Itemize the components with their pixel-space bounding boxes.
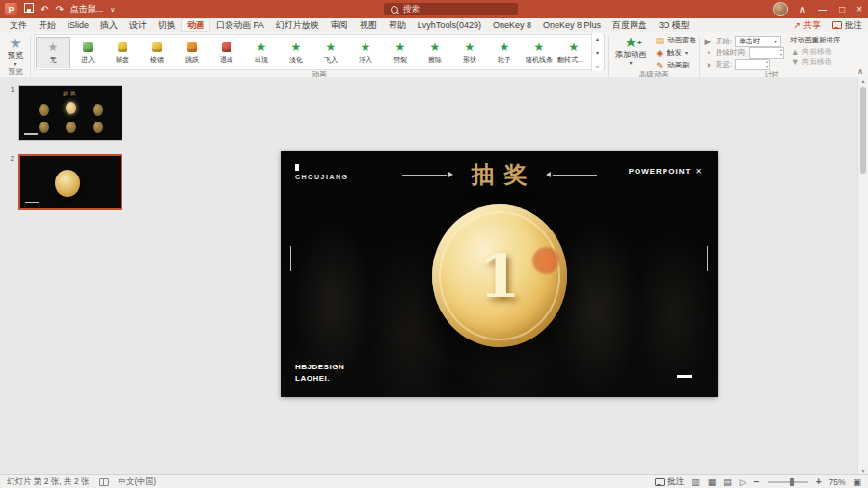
coin-dot — [93, 122, 103, 133]
slide-top-right-text: POWERPOINT ✕ — [629, 167, 703, 176]
coin-graphic[interactable]: 1 — [432, 204, 567, 347]
tab-onekey8[interactable]: OneKey 8 — [487, 18, 537, 32]
tab-pocket-animation[interactable]: 口袋动画 PA — [210, 18, 270, 32]
ribbon-display-options-icon[interactable]: ∧ — [800, 0, 806, 18]
tab-design[interactable]: 设计 — [123, 18, 152, 32]
language-indicator[interactable]: 中文(中国) — [119, 476, 157, 488]
slide-number: 1 — [6, 85, 14, 94]
collapse-ribbon-icon[interactable]: ∧ — [857, 68, 863, 76]
user-avatar[interactable] — [773, 2, 788, 16]
animation-gallery-item[interactable]: 随机线条 — [522, 37, 556, 68]
slide-sorter-view-icon[interactable]: ▦ — [708, 477, 717, 487]
animation-gallery-item[interactable]: 进入 — [70, 37, 105, 68]
thumbnail-footer-mark — [24, 133, 38, 135]
search-box[interactable]: 搜索 — [384, 3, 518, 15]
tab-view[interactable]: 视图 — [354, 18, 383, 32]
close-button[interactable]: × — [856, 0, 862, 18]
slide-thumbnail-1[interactable]: 抽奖 — [18, 85, 122, 141]
tab-lvyhtools[interactable]: LvyhTools(0429) — [412, 18, 487, 32]
animation-gallery-item[interactable]: 无 — [36, 37, 70, 68]
animation-gallery-item[interactable]: 退出 — [209, 37, 244, 68]
tab-slideshow[interactable]: 幻灯片放映 — [270, 18, 325, 32]
animation-gallery-item[interactable]: 出现 — [244, 37, 279, 68]
animation-gallery-item[interactable]: 浮入 — [348, 37, 383, 68]
move-earlier-button[interactable]: ▲向前移动 — [790, 47, 841, 57]
start-combobox[interactable]: 单击时▾ — [735, 36, 781, 47]
coin-number: 1 — [478, 241, 520, 312]
tab-help[interactable]: 帮助 — [383, 18, 412, 32]
animation-pane-button[interactable]: ▤动画窗格 — [655, 36, 696, 45]
delay-input[interactable] — [735, 59, 770, 70]
animation-effect-icon — [291, 41, 302, 54]
save-icon[interactable] — [24, 0, 34, 18]
animation-gallery-item[interactable]: 淡化 — [279, 37, 313, 68]
slide-counter: 幻灯片 第 2 张, 共 2 张 — [7, 476, 90, 488]
tab-animations[interactable]: 动画 — [181, 18, 210, 32]
gallery-scroll-up-icon[interactable]: ▴ — [596, 35, 599, 41]
animation-gallery-item[interactable]: 棱镜 — [140, 37, 175, 68]
comment-icon — [655, 478, 665, 486]
slide-title[interactable]: 抽奖 — [462, 163, 537, 186]
trigger-button[interactable]: ◈触发▾ — [655, 48, 696, 58]
animation-gallery-item[interactable]: 擦除 — [418, 37, 452, 68]
add-animation-button[interactable]: ★+ 添加动画 ▾ — [611, 34, 650, 67]
scroll-down-icon[interactable]: ▼ — [861, 467, 866, 474]
duration-input[interactable] — [749, 47, 784, 59]
animation-gallery-item[interactable]: 轮子 — [487, 37, 522, 68]
move-later-button[interactable]: ▼向后移动 — [790, 57, 841, 67]
fit-to-window-icon[interactable]: ▣ — [853, 477, 861, 487]
spellcheck-icon[interactable] — [99, 478, 109, 486]
animation-gallery-item[interactable]: 形状 — [452, 37, 487, 68]
minimize-button[interactable]: — — [818, 0, 827, 18]
animation-gallery-item[interactable]: 轴盘 — [105, 37, 140, 68]
chevron-down-icon: ▾ — [774, 39, 777, 44]
animation-gallery-item[interactable]: 飞入 — [313, 37, 348, 68]
undo-icon[interactable]: ↶ — [41, 0, 48, 18]
slideshow-view-icon[interactable]: ▷ — [740, 477, 746, 487]
redo-icon[interactable]: ↷ — [55, 0, 63, 18]
status-comments-button[interactable]: 批注 — [655, 476, 684, 488]
tab-islide[interactable]: iSlide — [62, 18, 95, 32]
scroll-up-icon[interactable]: ▲ — [861, 77, 866, 85]
tab-baidu-netdisk[interactable]: 百度网盘 — [607, 18, 653, 32]
gallery-expand-icon[interactable]: ▿ — [596, 63, 599, 69]
powerpoint-window: P ↶ ↷ 点击鼠... ∨ 搜索 ∧ — □ × 文件 开始 iSlide 插… — [0, 0, 868, 488]
tab-insert[interactable]: 插入 — [95, 18, 123, 32]
slide-editing-area[interactable]: CHOUJIANG 抽奖 POWERPOINT ✕ 1 H — [281, 151, 718, 397]
animation-effect-icon — [83, 41, 93, 54]
animation-gallery-item[interactable]: 劈裂 — [383, 37, 418, 68]
chevron-down-icon: ▾ — [629, 60, 632, 66]
share-button[interactable]: ↗共享 — [793, 19, 821, 32]
tab-onekey8plus[interactable]: OneKey 8 Plus — [537, 18, 607, 32]
tab-transitions[interactable]: 切换 — [152, 18, 181, 32]
preview-button[interactable]: ★ 预览 ▾ — [4, 35, 27, 68]
slide-thumbnail-2[interactable] — [18, 154, 122, 210]
restore-button[interactable]: □ — [839, 0, 845, 18]
scrollbar-thumb[interactable] — [860, 87, 866, 174]
comments-button[interactable]: 批注 — [832, 19, 862, 32]
tab-home[interactable]: 开始 — [33, 18, 62, 32]
tab-file[interactable]: 文件 — [4, 18, 33, 32]
slide-footer-dash — [677, 375, 692, 378]
gallery-scroll-controls: ▴ ▾ ▿ — [591, 33, 603, 71]
animation-group: 无 进入 轴盘 棱镜 跳跃 退出 出现 淡化 飞入 浮入 劈裂 擦除 形状 轮子… — [32, 34, 607, 79]
zoom-in-button[interactable]: + — [816, 477, 822, 487]
normal-view-icon[interactable]: ▥ — [692, 477, 700, 487]
animation-effect-icon — [118, 41, 127, 54]
zoom-slider-knob[interactable] — [790, 478, 794, 486]
gallery-scroll-down-icon[interactable]: ▾ — [596, 49, 599, 56]
reading-view-icon[interactable]: ▤ — [723, 477, 732, 487]
vertical-scrollbar[interactable]: ▲ ▼ — [857, 77, 868, 474]
zoom-level[interactable]: 75% — [828, 477, 845, 487]
timing-group: ▶开始:单击时▾ ◔持续时间: ◑延迟: 对动画重新排序 ▲向前移动 ▼向后移动… — [701, 34, 843, 79]
plus-icon: + — [637, 36, 642, 50]
animation-gallery-item[interactable]: 跳跃 — [175, 37, 209, 68]
arrow-up-icon: ▲ — [790, 48, 800, 57]
document-title[interactable]: 点击鼠... — [70, 3, 104, 15]
tab-review[interactable]: 审阅 — [325, 18, 354, 32]
zoom-slider[interactable] — [768, 481, 808, 483]
tab-3d-model[interactable]: 3D 模型 — [653, 18, 695, 32]
zoom-out-button[interactable]: − — [754, 477, 760, 487]
animation-painter-button[interactable]: ✎动画刷 — [655, 61, 696, 70]
animation-gallery-item[interactable]: 翻转式由远... — [556, 37, 591, 68]
